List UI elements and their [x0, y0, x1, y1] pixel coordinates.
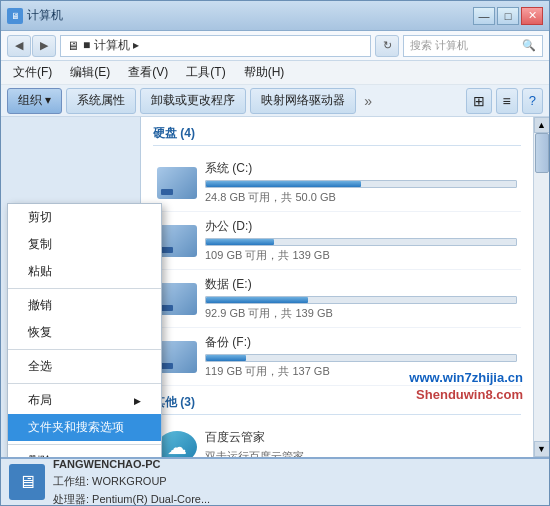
- address-bar: ◀ ▶ 🖥 ■ 计算机 ▸ ↻ 搜索 计算机 🔍: [1, 31, 549, 61]
- search-field[interactable]: 搜索 计算机 🔍: [403, 35, 543, 57]
- drive-e-item[interactable]: 数据 (E:) 92.9 GB 可用，共 139 GB: [153, 270, 521, 328]
- scroll-track[interactable]: [535, 133, 549, 441]
- baidu-cloud-icon: ☁: [157, 431, 197, 458]
- menu-undo[interactable]: 撤销: [8, 292, 161, 319]
- details-toggle[interactable]: ≡: [496, 88, 518, 114]
- menu-redo[interactable]: 恢复: [8, 319, 161, 346]
- drive-c-bar-container: [205, 180, 517, 188]
- drive-c-icon: [157, 167, 197, 199]
- status-workgroup: 工作组: WORKGROUP: [53, 473, 210, 491]
- content-area: 硬盘 (4) 系统 (C:) 24.8 GB 可用，共 50.0 GB: [141, 117, 533, 457]
- address-icon: 🖥: [67, 39, 79, 53]
- drive-c-name: 系统 (C:): [205, 160, 517, 177]
- sep1: [8, 288, 161, 289]
- menu-edit[interactable]: 编辑(E): [62, 62, 118, 83]
- baidu-cloud-name: 百度云管家: [205, 429, 517, 446]
- organize-button[interactable]: 组织 ▾: [7, 88, 62, 114]
- drive-f-name: 备份 (F:): [205, 334, 517, 351]
- scroll-down[interactable]: ▼: [534, 441, 550, 457]
- scrollbar[interactable]: ▲ ▼: [533, 117, 549, 457]
- status-computer-name: FANGWENCHAO-PC: [53, 456, 210, 474]
- watermark-site1: www.win7zhijia.cn: [409, 370, 523, 385]
- drive-d-item[interactable]: 办公 (D:) 109 GB 可用，共 139 GB: [153, 212, 521, 270]
- help-button[interactable]: ?: [522, 88, 543, 114]
- back-button[interactable]: ◀: [7, 35, 31, 57]
- menu-select-all[interactable]: 全选: [8, 353, 161, 380]
- drive-c-size: 24.8 GB 可用，共 50.0 GB: [205, 190, 517, 205]
- maximize-button[interactable]: □: [497, 7, 519, 25]
- status-text: FANGWENCHAO-PC 工作组: WORKGROUP 处理器: Penti…: [53, 456, 210, 506]
- drive-e-info: 数据 (E:) 92.9 GB 可用，共 139 GB: [205, 276, 517, 321]
- status-bar: 🖥 FANGWENCHAO-PC 工作组: WORKGROUP 处理器: Pen…: [1, 457, 549, 505]
- minimize-button[interactable]: —: [473, 7, 495, 25]
- title-bar-left: 🖥 计算机: [7, 7, 63, 24]
- menu-file[interactable]: 文件(F): [5, 62, 60, 83]
- drive-f-bar-container: [205, 354, 517, 362]
- window-icon: 🖥: [7, 8, 23, 24]
- status-icon: 🖥: [9, 464, 45, 500]
- menu-help[interactable]: 帮助(H): [236, 62, 293, 83]
- toolbar: 组织 ▾ 系统属性 卸载或更改程序 映射网络驱动器 » ⊞ ≡ ?: [1, 85, 549, 117]
- scroll-up[interactable]: ▲: [534, 117, 550, 133]
- system-properties-button[interactable]: 系统属性: [66, 88, 136, 114]
- title-bar: 🖥 计算机 — □ ✕: [1, 1, 549, 31]
- content-inner: 硬盘 (4) 系统 (C:) 24.8 GB 可用，共 50.0 GB: [141, 117, 533, 457]
- refresh-button[interactable]: ↻: [375, 35, 399, 57]
- address-field[interactable]: 🖥 ■ 计算机 ▸: [60, 35, 371, 57]
- address-path: ■ 计算机 ▸: [83, 37, 139, 54]
- menu-tools[interactable]: 工具(T): [178, 62, 233, 83]
- content-with-scroll: 硬盘 (4) 系统 (C:) 24.8 GB 可用，共 50.0 GB: [141, 117, 549, 457]
- hard-disks-title: 硬盘 (4): [153, 125, 521, 146]
- baidu-cloud-item[interactable]: ☁ 百度云管家 双击运行百度云管家: [153, 423, 521, 457]
- status-processor: 处理器: Pentium(R) Dual-Core...: [53, 491, 210, 506]
- search-placeholder: 搜索 计算机: [410, 38, 468, 53]
- drive-c-item[interactable]: 系统 (C:) 24.8 GB 可用，共 50.0 GB: [153, 154, 521, 212]
- menu-copy[interactable]: 复制: [8, 231, 161, 258]
- menu-folder-options[interactable]: 文件夹和搜索选项: [8, 414, 161, 441]
- watermark-site2: Shenduwin8.com: [416, 387, 523, 402]
- drive-f-bar-fill: [206, 355, 246, 361]
- menu-delete[interactable]: 删除: [8, 448, 161, 457]
- drive-d-size: 109 GB 可用，共 139 GB: [205, 248, 517, 263]
- drive-e-name: 数据 (E:): [205, 276, 517, 293]
- drive-d-bar-container: [205, 238, 517, 246]
- drive-e-icon: [157, 283, 197, 315]
- drive-e-bar-container: [205, 296, 517, 304]
- organize-dropdown: 剪切 复制 粘贴 撤销 恢复 全选 布局 文件夹和搜索选项 删除 重命名 删除属…: [7, 203, 162, 457]
- menu-paste[interactable]: 粘贴: [8, 258, 161, 285]
- drive-f-icon: [157, 341, 197, 373]
- main-window: 🖥 计算机 — □ ✕ ◀ ▶ 🖥 ■ 计算机 ▸ ↻ 搜索 计算机 🔍 文件(…: [0, 0, 550, 506]
- drive-d-name: 办公 (D:): [205, 218, 517, 235]
- watermark: www.win7zhijia.cn Shenduwin8.com: [409, 370, 523, 402]
- other-section: 其他 (3) ☁ 百度云管家 双击运行百度云管家: [153, 394, 521, 457]
- menu-view[interactable]: 查看(V): [120, 62, 176, 83]
- scroll-thumb[interactable]: [535, 133, 549, 173]
- uninstall-button[interactable]: 卸载或更改程序: [140, 88, 246, 114]
- sep3: [8, 383, 161, 384]
- menu-bar: 文件(F) 编辑(E) 查看(V) 工具(T) 帮助(H): [1, 61, 549, 85]
- drive-d-bar-fill: [206, 239, 274, 245]
- drive-e-bar-fill: [206, 297, 308, 303]
- map-drive-button[interactable]: 映射网络驱动器: [250, 88, 356, 114]
- drive-c-info: 系统 (C:) 24.8 GB 可用，共 50.0 GB: [205, 160, 517, 205]
- more-button[interactable]: »: [360, 93, 376, 109]
- close-button[interactable]: ✕: [521, 7, 543, 25]
- search-icon: 🔍: [522, 39, 536, 52]
- nav-buttons: ◀ ▶: [7, 35, 56, 57]
- drive-d-info: 办公 (D:) 109 GB 可用，共 139 GB: [205, 218, 517, 263]
- drive-c-bar-fill: [206, 181, 361, 187]
- menu-cut[interactable]: 剪切: [8, 204, 161, 231]
- menu-layout[interactable]: 布局: [8, 387, 161, 414]
- drive-e-size: 92.9 GB 可用，共 139 GB: [205, 306, 517, 321]
- baidu-cloud-desc: 双击运行百度云管家: [205, 449, 517, 457]
- window-title: 计算机: [27, 7, 63, 24]
- title-controls: — □ ✕: [473, 7, 543, 25]
- forward-button[interactable]: ▶: [32, 35, 56, 57]
- main-content: 剪切 复制 粘贴 撤销 恢复 全选 布局 文件夹和搜索选项 删除 重命名 删除属…: [1, 117, 549, 457]
- sep4: [8, 444, 161, 445]
- drive-d-icon: [157, 225, 197, 257]
- view-toggle[interactable]: ⊞: [466, 88, 492, 114]
- baidu-cloud-info: 百度云管家 双击运行百度云管家: [205, 429, 517, 457]
- sep2: [8, 349, 161, 350]
